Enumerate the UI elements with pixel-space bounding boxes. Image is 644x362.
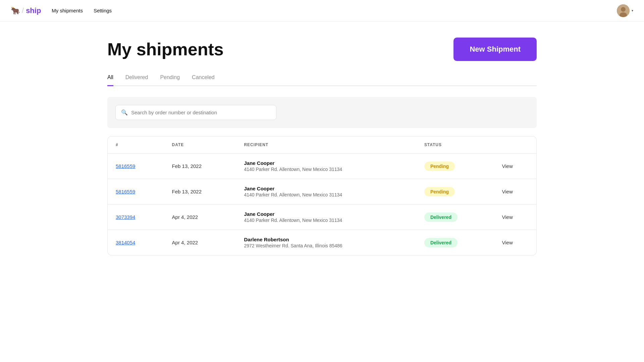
logo-name: ship [26, 6, 41, 15]
nav-links: My shipments Settings [52, 8, 617, 13]
user-menu[interactable]: ▾ [617, 4, 633, 17]
status-badge-0: Pending [424, 162, 455, 171]
main-content: My shipments New Shipment All Delivered … [87, 21, 557, 272]
recipient-name-2: Jane Cooper [244, 211, 408, 217]
search-icon: 🔍 [121, 109, 128, 116]
avatar[interactable] [617, 4, 630, 17]
cell-date-0: Feb 13, 2022 [164, 154, 236, 179]
cell-recipient-2: Jane Cooper 4140 Parker Rd. Allentown, N… [236, 204, 416, 230]
search-box: 🔍 [115, 105, 276, 120]
col-date: DATE [164, 136, 236, 154]
recipient-addr-1: 4140 Parker Rd. Allentown, New Mexico 31… [244, 192, 408, 197]
view-link-2[interactable]: View [502, 214, 513, 220]
cell-date-3: Apr 4, 2022 [164, 230, 236, 255]
cell-number-3: 3814054 [108, 230, 164, 255]
order-link-2[interactable]: 3073394 [116, 214, 135, 220]
cell-action-0: View [494, 154, 536, 179]
cell-status-1: Pending [416, 179, 494, 204]
recipient-name-1: Jane Cooper [244, 186, 408, 191]
order-link-1[interactable]: 5816559 [116, 189, 135, 194]
status-badge-1: Pending [424, 187, 455, 196]
avatar-image [617, 4, 630, 17]
tab-canceled[interactable]: Canceled [192, 74, 215, 86]
tabs: All Delivered Pending Canceled [107, 74, 537, 86]
logo[interactable]: 🐂 / ship [11, 6, 41, 15]
table-row: 3073394 Apr 4, 2022 Jane Cooper 4140 Par… [108, 204, 536, 230]
nav-my-shipments[interactable]: My shipments [52, 8, 83, 13]
view-link-0[interactable]: View [502, 163, 513, 169]
page-header: My shipments New Shipment [107, 38, 537, 61]
recipient-name-3: Darlene Robertson [244, 237, 408, 242]
search-input[interactable] [131, 110, 271, 115]
col-number: # [108, 136, 164, 154]
table-header-row: # DATE RECIPIENT STATUS [108, 136, 536, 154]
col-action [494, 136, 536, 154]
cell-action-1: View [494, 179, 536, 204]
col-status: STATUS [416, 136, 494, 154]
cell-action-3: View [494, 230, 536, 255]
view-link-1[interactable]: View [502, 189, 513, 194]
new-shipment-button[interactable]: New Shipment [453, 38, 537, 61]
table-row: 3814054 Apr 4, 2022 Darlene Robertson 29… [108, 230, 536, 255]
search-area: 🔍 [107, 97, 537, 128]
cell-status-2: Delivered [416, 204, 494, 230]
cell-recipient-0: Jane Cooper 4140 Parker Rd. Allentown, N… [236, 154, 416, 179]
logo-slash: / [22, 6, 24, 15]
tab-all[interactable]: All [107, 74, 113, 86]
table-row: 5816559 Feb 13, 2022 Jane Cooper 4140 Pa… [108, 179, 536, 204]
recipient-addr-2: 4140 Parker Rd. Allentown, New Mexico 31… [244, 218, 408, 223]
page-title: My shipments [107, 39, 224, 59]
cell-status-0: Pending [416, 154, 494, 179]
tab-pending[interactable]: Pending [160, 74, 180, 86]
cell-action-2: View [494, 204, 536, 230]
cell-date-1: Feb 13, 2022 [164, 179, 236, 204]
cell-date-2: Apr 4, 2022 [164, 204, 236, 230]
view-link-3[interactable]: View [502, 240, 513, 245]
recipient-name-0: Jane Cooper [244, 160, 408, 166]
order-link-0[interactable]: 5816559 [116, 163, 135, 169]
status-badge-3: Delivered [424, 238, 458, 247]
navbar: 🐂 / ship My shipments Settings ▾ [0, 0, 644, 21]
status-badge-2: Delivered [424, 213, 458, 222]
logo-bull: 🐂 [11, 6, 20, 15]
recipient-addr-3: 2972 Westheimer Rd. Santa Ana, Illinois … [244, 243, 408, 248]
nav-settings[interactable]: Settings [94, 8, 112, 13]
dropdown-arrow-icon: ▾ [632, 9, 633, 12]
table-row: 5816559 Feb 13, 2022 Jane Cooper 4140 Pa… [108, 154, 536, 179]
cell-recipient-1: Jane Cooper 4140 Parker Rd. Allentown, N… [236, 179, 416, 204]
cell-number-2: 3073394 [108, 204, 164, 230]
col-recipient: RECIPIENT [236, 136, 416, 154]
cell-status-3: Delivered [416, 230, 494, 255]
cell-number-0: 5816559 [108, 154, 164, 179]
recipient-addr-0: 4140 Parker Rd. Allentown, New Mexico 31… [244, 167, 408, 172]
cell-number-1: 5816559 [108, 179, 164, 204]
cell-recipient-3: Darlene Robertson 2972 Westheimer Rd. Sa… [236, 230, 416, 255]
svg-point-1 [621, 7, 626, 12]
shipments-table: # DATE RECIPIENT STATUS 5816559 Feb 13, … [107, 136, 537, 255]
tab-delivered[interactable]: Delivered [125, 74, 148, 86]
order-link-3[interactable]: 3814054 [116, 240, 135, 245]
